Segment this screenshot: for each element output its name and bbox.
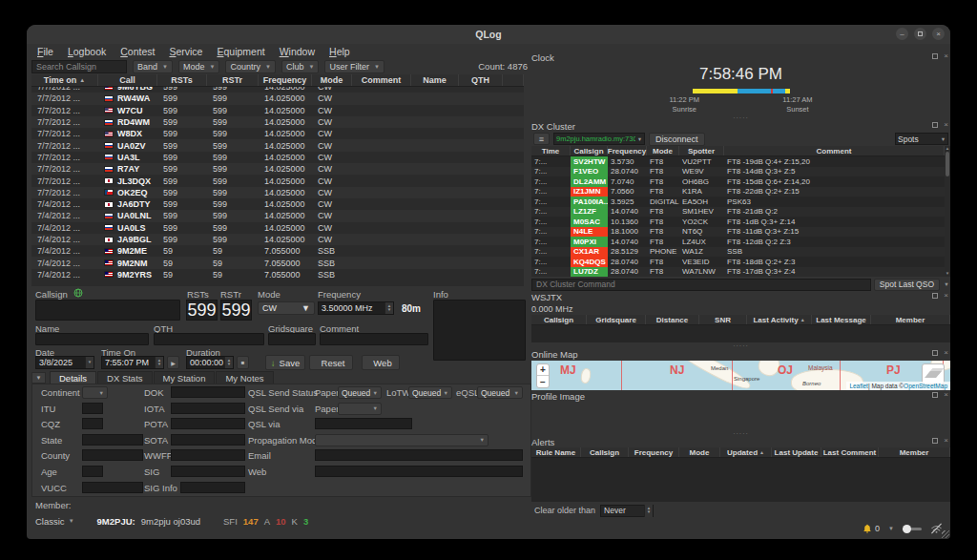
cluster-column-spotter[interactable]: Spotter (679, 146, 724, 156)
wwff-input[interactable] (171, 449, 245, 461)
clear-older-spinbox[interactable]: Never ▲▼ (600, 505, 654, 517)
zoom-in-button[interactable]: + (537, 364, 549, 376)
table-row[interactable]: 7/4/2012 ...JA9BGL59959914.025000CW (31, 234, 524, 245)
close-panel-icon[interactable]: × (944, 391, 948, 399)
column-header-member[interactable]: Member (871, 315, 950, 324)
titlebar[interactable]: QLog – × (27, 25, 950, 44)
rsts-input[interactable]: 599 (186, 300, 218, 321)
spinner-arrows-icon[interactable]: ▲▼ (644, 505, 653, 517)
web-input[interactable] (315, 466, 523, 477)
table-row[interactable]: 7:...LU7DZ28.0740FT8WA7LNWFT8 -17dB Q:3+… (531, 267, 945, 278)
column-header-last-activity[interactable]: Last Activity▲ (747, 315, 812, 324)
duration-stop-button[interactable]: ■ (237, 356, 249, 369)
filter-combo-band[interactable]: Band▼ (133, 60, 173, 73)
tab-my-station[interactable]: My Station (154, 371, 216, 384)
menu-logbook[interactable]: Logbook (68, 46, 106, 57)
menu-file[interactable]: File (37, 46, 53, 57)
gridsquare-input[interactable] (268, 333, 316, 345)
pota-input[interactable] (171, 418, 245, 429)
filter-combo-country[interactable]: Country▼ (225, 60, 275, 73)
sig-info-input[interactable] (180, 482, 245, 493)
spinner-arrows-icon[interactable]: ▲▼ (224, 357, 233, 368)
close-panel-icon[interactable]: × (944, 349, 948, 357)
spot-last-qso-button[interactable]: Spot Last QSO (874, 279, 940, 291)
table-row[interactable]: 7/7/2012 ...OK2EQ59959914.025000CW (31, 187, 524, 198)
table-row[interactable]: 7/7/2012 ...UA3L59959914.025000CW (31, 152, 524, 163)
map-canvas[interactable]: MJ NJ OJ PJ Medan Singapore Malaysia Bor… (531, 361, 950, 390)
cluster-menu-button[interactable]: ≡ (533, 133, 550, 145)
table-row[interactable]: 7:...CX1AR28.5129PHONEWA1ZSSB (531, 247, 945, 258)
rstr-input[interactable]: 599 (220, 300, 252, 321)
filter-combo-user-filter[interactable]: User Filter▼ (324, 60, 384, 73)
cluster-server-combo[interactable]: 9m2pju.hamradio.my:7300 ▼ (553, 133, 645, 145)
spots-filter-combo[interactable]: Spots ▼ (895, 133, 948, 145)
volume-toggle[interactable] (903, 528, 922, 530)
map-zoom-control[interactable]: + − (536, 363, 550, 388)
table-row[interactable]: 7/4/2012 ...UA0LS59959914.025000CW (31, 222, 524, 234)
float-panel-icon[interactable] (932, 350, 938, 356)
column-header-rstr[interactable]: RSTr (207, 74, 259, 86)
cluster-header[interactable]: TimeCallsignFrequencyModeSpotterComment (531, 146, 945, 156)
table-row[interactable]: 7:...PA100IA...3.5925DIGITALEA5OHPSK63 (531, 197, 945, 207)
table-row[interactable]: 7/4/2012 ...9M2NM59597.055000SSB (31, 257, 524, 268)
maximize-button[interactable] (914, 28, 926, 40)
time-now-button[interactable]: ▶ (167, 356, 179, 369)
sig-input[interactable] (171, 466, 245, 477)
alerts-header[interactable]: Rule NameCallsignFrequencyModeUpdated▲La… (531, 447, 950, 458)
qsl-via-input[interactable] (315, 418, 412, 429)
filter-combo-mode[interactable]: Mode▼ (178, 60, 219, 73)
spinner-arrows-icon[interactable]: ▲▼ (385, 302, 393, 314)
cluster-column-callsign[interactable]: Callsign (571, 146, 608, 156)
close-panel-icon[interactable]: × (944, 292, 948, 300)
table-row[interactable]: 7/7/2012 ...RW4WA59959914.025000CW (31, 93, 524, 104)
chevron-down-icon[interactable]: ▼ (85, 357, 94, 368)
column-header-rule-name[interactable]: Rule Name (531, 447, 581, 457)
table-row[interactable]: 7:...M0PXI14.0740FT8LZ4UXFT8 -12dB Q:2 Z… (531, 237, 945, 247)
menu-window[interactable]: Window (280, 46, 315, 57)
filter-combo-club[interactable]: Club▼ (281, 60, 319, 73)
menu-contest[interactable]: Contest (120, 46, 155, 57)
close-panel-icon[interactable]: × (944, 121, 948, 129)
column-header-frequency[interactable]: Frequency (629, 447, 679, 457)
cluster-column-frequency[interactable]: Frequency (608, 146, 647, 156)
column-header-gridsquare[interactable]: Gridsquare (587, 315, 646, 324)
menu-help[interactable]: Help (329, 46, 350, 57)
tab-dx-stats[interactable]: DX Stats (97, 371, 153, 384)
wsjtx-header[interactable]: CallsignGridsquareDistanceSNRLast Activi… (531, 315, 950, 325)
table-row[interactable]: 7/7/2012 ...W7CU59959914.025000CW (31, 105, 524, 116)
table-row[interactable]: 7:...DL2AMM7.0740FT8OH6BGFT8 -15dB Q:6+ … (531, 176, 945, 187)
table-row[interactable]: 7/4/2012 ...UA0LNL59959914.025000CW (31, 210, 524, 221)
table-row[interactable]: 7/7/2012 ...RD4WM59959914.025000CW (31, 116, 524, 128)
column-header-qth[interactable]: QTH (459, 74, 503, 86)
table-row[interactable]: 7:...SV2HTW3.5730FT8VU2PTTFT8 -19dB Q:4+… (531, 156, 945, 167)
iota-input[interactable] (171, 403, 245, 414)
column-header-mode[interactable]: Mode (679, 447, 720, 457)
table-row[interactable]: 7/4/2012 ...9M2YRS59597.055000SSB (31, 269, 524, 280)
table-row[interactable]: 7/7/2012 ...W8DX59959914.025000CW (31, 128, 524, 139)
paper-status-combo[interactable]: Queued▼ (338, 386, 382, 399)
name-input[interactable] (35, 333, 149, 345)
disconnect-button[interactable]: Disconnect (649, 133, 705, 146)
table-row[interactable]: 7:...IZ1JMN7.0560FT8K1RAFT8 -22dB Q:2+ Z… (531, 187, 945, 197)
column-header-rsts[interactable]: RSTs (157, 74, 207, 86)
county-input[interactable] (82, 449, 143, 461)
propagation-mode-combo[interactable]: ▼ (315, 434, 488, 446)
tab-details[interactable]: Details (50, 371, 96, 384)
table-row[interactable]: 7/7/2012 ...UA0ZV59959914.025000CW (31, 139, 524, 151)
minimize-button[interactable]: – (896, 28, 908, 40)
menu-service[interactable]: Service (169, 46, 202, 57)
table-row[interactable]: 7/4/2012 ...9M2ME59597.055000SSB (31, 245, 524, 257)
frequency-spinbox[interactable]: 3.50000 MHz ▲▼ (318, 301, 394, 315)
cluster-column-mode[interactable]: Mode (647, 146, 679, 156)
comment-input[interactable] (320, 333, 428, 345)
close-panel-icon[interactable]: × (944, 52, 948, 60)
table-row[interactable]: 7:...LZ1ZF14.0740FT8SM1HEVFT8 -21dB Q:2 (531, 207, 945, 218)
alert-bell[interactable]: 0 (863, 524, 880, 534)
column-header-callsign[interactable]: Callsign (581, 447, 629, 457)
tab-my-notes[interactable]: My Notes (216, 371, 273, 384)
spinner-arrows-icon[interactable]: ▲▼ (155, 357, 163, 368)
continent-combo[interactable]: ▼ (82, 386, 108, 399)
column-header-frequency[interactable]: Frequency (259, 74, 312, 86)
cluster-scrollbar[interactable]: ▲▼ (945, 146, 950, 277)
dok-input[interactable] (171, 386, 245, 398)
